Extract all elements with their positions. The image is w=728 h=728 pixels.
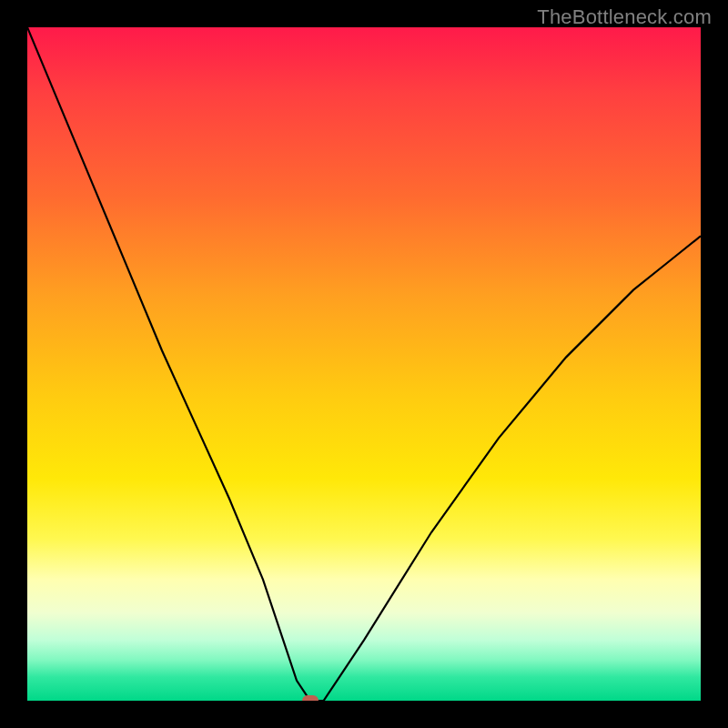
plot-area (27, 27, 701, 701)
chart-container: TheBottleneck.com (0, 0, 728, 728)
bottleneck-curve (27, 27, 701, 701)
minimum-marker (302, 695, 318, 701)
watermark-text: TheBottleneck.com (537, 5, 712, 29)
